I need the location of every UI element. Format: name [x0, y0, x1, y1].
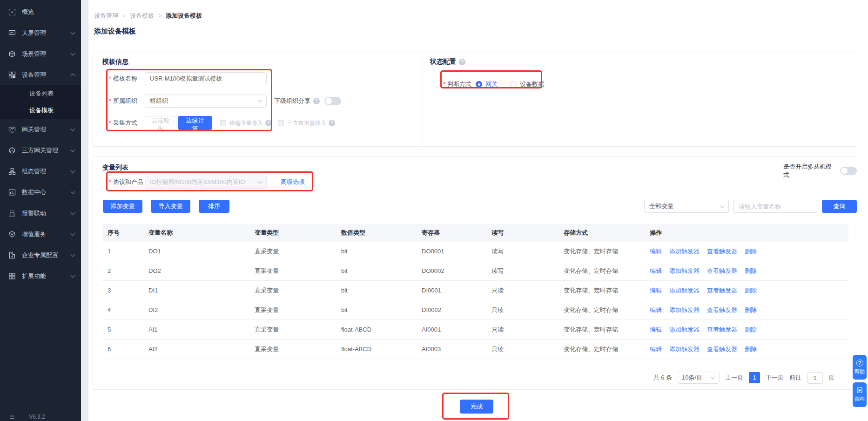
sidebar-item-configuration[interactable]: 组态管理: [0, 161, 81, 182]
page-size-select[interactable]: 10条/页: [678, 372, 720, 384]
template-info-card: 模板信息 *模板名称 *所属组织 根组织 下级组织分享 ? *采集方式 云端轮询: [93, 53, 857, 147]
sidebar-item-enterprise-config[interactable]: 企业专属配置: [0, 244, 81, 265]
import-variable-button[interactable]: 导入变量: [151, 200, 190, 213]
sidebar-item-alarm-linkage[interactable]: 报警联动: [0, 203, 81, 224]
view-trigger-link[interactable]: 查看触发器: [707, 346, 737, 353]
cell-type: 直采变量: [255, 345, 341, 353]
edit-link[interactable]: 编辑: [650, 287, 662, 294]
finish-button[interactable]: 完成: [460, 400, 493, 414]
query-button[interactable]: 查询: [822, 200, 857, 213]
device-data-radio[interactable]: [510, 81, 517, 88]
sidebar-item-label: 网关管理: [22, 125, 71, 134]
next-page-button[interactable]: 下一页: [766, 373, 784, 382]
template-name-row: *模板名称: [109, 72, 267, 85]
page-size-value: 10条/页: [682, 373, 702, 382]
add-trigger-link[interactable]: 添加触发器: [669, 287, 700, 294]
sidebar-item-value-added[interactable]: 增值服务: [0, 224, 81, 244]
edit-link[interactable]: 编辑: [650, 346, 662, 353]
sidebar-item-data-center[interactable]: 数据中心: [0, 182, 81, 203]
view-trigger-link[interactable]: 查看触发器: [707, 306, 737, 313]
variable-search-input[interactable]: [733, 200, 817, 213]
template-name-input[interactable]: [145, 72, 267, 85]
sidebar-item-gateway[interactable]: 网关管理: [0, 119, 81, 140]
delete-link[interactable]: 删除: [745, 346, 757, 353]
consult-label: 咨询: [855, 395, 865, 402]
add-trigger-link[interactable]: 添加触发器: [669, 267, 700, 274]
add-trigger-link[interactable]: 添加触发器: [669, 306, 700, 313]
prev-page-button[interactable]: 上一页: [725, 373, 743, 382]
advanced-options-link[interactable]: 高级选项: [281, 178, 305, 186]
multi-slave-row: 是否开启多从机模式: [783, 164, 857, 177]
cell-data-type: bit: [341, 287, 422, 294]
delete-link[interactable]: 删除: [745, 287, 757, 294]
variable-filter-select[interactable]: 全部变量: [644, 200, 729, 213]
organization-select[interactable]: 根组织: [145, 95, 267, 108]
edit-link[interactable]: 编辑: [650, 326, 662, 333]
column-header-actions: 操作: [650, 229, 848, 237]
share-toggle[interactable]: [324, 97, 341, 105]
gateway-radio-label[interactable]: 网关: [485, 80, 498, 88]
add-trigger-link[interactable]: 添加触发器: [669, 326, 700, 333]
sidebar-item-big-screen[interactable]: 大屏管理: [0, 22, 81, 43]
sidebar: 概览大屏管理场景管理设备管理设备列表设备模板网关管理三方网关管理组态管理数据中心…: [0, 0, 81, 421]
chevron-down-icon: [71, 126, 75, 131]
edit-link[interactable]: 编辑: [650, 306, 662, 313]
sidebar-subitem-device-template[interactable]: 设备模板: [0, 102, 81, 119]
device-data-radio-label[interactable]: 设备数据: [520, 80, 544, 88]
question-icon[interactable]: ?: [329, 120, 335, 126]
sidebar-item-label: 场景管理: [22, 50, 71, 58]
view-trigger-link[interactable]: 查看触发器: [707, 287, 737, 294]
sidebar-item-extension[interactable]: 扩展功能: [0, 265, 81, 286]
view-trigger-link[interactable]: 查看触发器: [707, 267, 737, 274]
breadcrumb-device-template[interactable]: 设备模板: [130, 12, 154, 20]
column-header-data-type: 数值类型: [341, 229, 422, 237]
delete-link[interactable]: 删除: [745, 326, 757, 333]
add-trigger-link[interactable]: 添加触发器: [669, 248, 700, 255]
gateway-icon: [8, 126, 16, 133]
current-page-button[interactable]: 1: [749, 372, 760, 383]
multi-slave-toggle[interactable]: [840, 167, 857, 175]
question-icon[interactable]: ?: [313, 98, 320, 104]
edit-link[interactable]: 编辑: [650, 248, 662, 255]
delete-link[interactable]: 删除: [745, 306, 757, 313]
required-asterisk: *: [109, 119, 111, 126]
edge-computing-button[interactable]: 边缘计算: [178, 116, 212, 130]
add-trigger-link[interactable]: 添加触发器: [669, 346, 700, 353]
chevron-down-icon: [258, 98, 262, 103]
protocol-row: *协议和产品 IO控制器/M100内置IO/M100内置IO 高级选项: [109, 176, 305, 189]
question-icon[interactable]: ?: [265, 120, 272, 126]
breadcrumb-device-management[interactable]: 设备管理: [94, 12, 118, 20]
add-variable-button[interactable]: 添加变量: [103, 200, 142, 213]
question-icon[interactable]: ?: [459, 59, 465, 65]
third-datasource-checkbox: [278, 120, 284, 126]
table-row: 4DI2直采变量bitDI0002只读变化存储、定时存储编辑添加触发器查看触发器…: [102, 300, 848, 320]
help-floating-button[interactable]: ? 帮助: [853, 355, 867, 380]
screen-icon: [8, 29, 16, 37]
delete-link[interactable]: 删除: [745, 248, 757, 255]
table-toolbar: 添加变量 导入变量 排序: [103, 200, 229, 213]
gateway-radio[interactable]: [476, 81, 482, 88]
cell-data-type: bit: [341, 306, 422, 313]
view-trigger-link[interactable]: 查看触发器: [707, 248, 737, 255]
sort-button[interactable]: 排序: [199, 200, 229, 213]
sidebar-item-device[interactable]: 设备管理: [0, 64, 81, 85]
collect-mode-label: *采集方式: [109, 119, 145, 127]
edit-link[interactable]: 编辑: [650, 267, 662, 274]
goto-page-input[interactable]: [807, 372, 823, 384]
cell-index: 6: [108, 346, 148, 353]
cell-actions: 编辑添加触发器查看触发器删除: [650, 267, 848, 275]
delete-link[interactable]: 删除: [745, 267, 757, 274]
consult-floating-button[interactable]: 咨询: [853, 382, 867, 407]
sidebar-subitem-device-list[interactable]: 设备列表: [0, 85, 81, 102]
sidebar-item-label: 设备管理: [22, 71, 71, 79]
table-row: 1DO1直采变量bitDO0001读写变化存储、定时存储编辑添加触发器查看触发器…: [102, 242, 848, 261]
judge-mode-row: *判断方式 网关 设备数据: [443, 78, 544, 91]
sidebar-item-label: 组态管理: [22, 167, 71, 176]
view-trigger-link[interactable]: 查看触发器: [707, 326, 737, 333]
sidebar-item-third-gateway[interactable]: 三方网关管理: [0, 140, 81, 161]
sidebar-item-scene[interactable]: 场景管理: [0, 43, 81, 64]
help-label: 帮助: [855, 368, 865, 375]
column-header-name: 变量名称: [148, 229, 255, 237]
sidebar-item-overview[interactable]: 概览: [0, 1, 81, 22]
table-row: 3DI1直采变量bitDI0001只读变化存储、定时存储编辑添加触发器查看触发器…: [102, 281, 848, 300]
